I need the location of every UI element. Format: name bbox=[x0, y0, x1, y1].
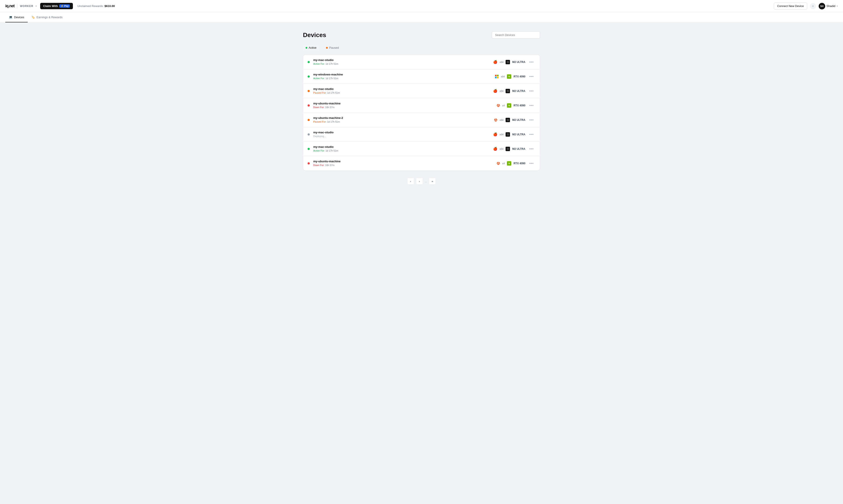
device-info: my-ubuntu-machine Down For: 16h 57m bbox=[313, 160, 493, 167]
device-more-button[interactable]: ••• bbox=[528, 131, 535, 137]
device-status-dot bbox=[308, 75, 310, 78]
apple-gpu-icon: ⬛ bbox=[505, 147, 510, 151]
device-status-dot bbox=[308, 119, 310, 121]
notification-indicator bbox=[812, 5, 814, 7]
logo-divider bbox=[17, 4, 17, 8]
page-title: Devices bbox=[303, 32, 326, 39]
arch-badge: x64 bbox=[500, 148, 504, 150]
device-name: my-mac-studio bbox=[313, 145, 489, 148]
os-icon: 🍎 bbox=[493, 89, 497, 93]
gpu-name: M2 ULTRA bbox=[512, 89, 525, 93]
device-name: my-ubuntu-machine bbox=[313, 102, 493, 105]
nvidia-icon: N bbox=[507, 103, 511, 108]
device-right: x64 N RTX 4090 ••• bbox=[495, 74, 535, 79]
os-icon bbox=[495, 75, 499, 78]
active-filter-label: Active bbox=[309, 46, 316, 49]
svg-rect-1 bbox=[497, 75, 499, 76]
device-right: 🍎 x64 ⬛ M2 ULTRA ••• bbox=[493, 88, 535, 94]
notification-button[interactable] bbox=[810, 3, 816, 9]
device-name: my-mac-studio bbox=[313, 87, 489, 91]
worker-chevron-icon[interactable]: ▾ bbox=[36, 5, 37, 7]
device-row: my-mac-studio Paused For: 1d 17h 51m 🍎 x… bbox=[303, 84, 540, 98]
os-icon bbox=[494, 118, 497, 122]
arch-badge: x64 bbox=[501, 75, 505, 78]
pagination-next[interactable]: › bbox=[416, 178, 423, 185]
device-status-dot bbox=[308, 133, 310, 136]
os-icon: 🍎 bbox=[493, 147, 497, 151]
device-status-dot bbox=[308, 104, 310, 107]
pay-badge: ⚡ Pay bbox=[59, 4, 70, 8]
os-icon: 🍎 bbox=[493, 89, 497, 93]
tab-earnings[interactable]: 🏷️ Earnings & Rewards bbox=[28, 12, 66, 22]
claim-with-pay-button[interactable]: Claim With ⚡ Pay bbox=[40, 3, 73, 9]
device-right: x4 N RTX 4090 ••• bbox=[497, 161, 535, 166]
claim-label: Claim With bbox=[43, 4, 58, 8]
pagination-ellipsis: ... bbox=[425, 180, 427, 183]
device-name: my-mac-studio bbox=[313, 131, 489, 134]
user-chevron-icon: ▾ bbox=[837, 5, 838, 7]
filter-paused[interactable]: Paused bbox=[323, 45, 341, 51]
device-more-button[interactable]: ••• bbox=[528, 117, 535, 123]
arch-badge: x4 bbox=[502, 104, 505, 107]
earnings-tab-icon: 🏷️ bbox=[31, 15, 35, 19]
svg-point-17 bbox=[499, 164, 500, 164]
device-row: my-windows-machine Active For: 1d 17h 51… bbox=[303, 69, 540, 84]
pagination-prev[interactable]: ‹ bbox=[407, 178, 414, 185]
apple-gpu-icon: ⬛ bbox=[505, 118, 510, 122]
header-right: Connect New Device SH Shadid ▾ bbox=[774, 3, 838, 10]
nvidia-icon: N bbox=[507, 74, 511, 79]
active-dot-icon bbox=[306, 47, 307, 49]
device-status: Active For: 1d 17h 51m bbox=[313, 77, 338, 79]
device-info: my-windows-machine Active For: 1d 17h 51… bbox=[313, 73, 492, 80]
os-icon: 🍎 bbox=[493, 60, 497, 64]
svg-point-7 bbox=[499, 106, 500, 106]
device-more-button[interactable]: ••• bbox=[528, 103, 535, 108]
device-more-button[interactable]: ••• bbox=[528, 74, 535, 79]
arch-badge: x64 bbox=[500, 90, 504, 92]
gpu-name: M2 ULTRA bbox=[512, 147, 525, 150]
device-info: my-mac-studio Paused For: 1d 17h 51m bbox=[313, 87, 489, 94]
device-info: my-ubuntu-machine Down For: 16h 57m bbox=[313, 102, 493, 109]
os-icon: 🍎 bbox=[493, 147, 497, 151]
paused-filter-label: Paused bbox=[329, 46, 339, 49]
filter-active[interactable]: Active bbox=[303, 45, 319, 51]
gpu-name: RTX 4090 bbox=[514, 104, 525, 107]
gpu-name: M2 ULTRA bbox=[512, 119, 525, 122]
device-info: my-mac-studio Active For: 1d 17h 51m bbox=[313, 145, 489, 152]
device-more-button[interactable]: ••• bbox=[528, 146, 535, 152]
device-name: my-windows-machine bbox=[313, 73, 492, 76]
arch-badge: x64 bbox=[500, 119, 504, 121]
device-status-dot bbox=[308, 162, 310, 164]
user-menu[interactable]: SH Shadid ▾ bbox=[819, 3, 838, 10]
paused-dot-icon bbox=[326, 47, 328, 49]
device-row: my-mac-studio Deploying... 🍎 x64 ⬛ M2 UL… bbox=[303, 127, 540, 142]
page-header: Devices bbox=[303, 31, 540, 39]
device-more-button[interactable]: ••• bbox=[528, 88, 535, 94]
logo: iq.net bbox=[5, 4, 15, 8]
gpu-name: RTX 4090 bbox=[514, 75, 525, 78]
device-info: my-ubuntu-machine-2 Paused For: 1d 17h 5… bbox=[313, 116, 491, 124]
logo-area: iq.net WORKER ▾ bbox=[5, 4, 37, 8]
devices-tab-label: Devices bbox=[14, 16, 24, 19]
pagination-last[interactable]: » bbox=[429, 178, 436, 185]
connect-new-device-button[interactable]: Connect New Device bbox=[774, 3, 807, 10]
device-more-button[interactable]: ••• bbox=[528, 161, 535, 166]
device-info: my-mac-studio Active For: 1d 17h 51m bbox=[313, 58, 489, 66]
earnings-tab-label: Earnings & Rewards bbox=[36, 16, 63, 19]
device-status: Down For: 16h 57m bbox=[313, 164, 334, 166]
gpu-name: M2 ULTRA bbox=[512, 133, 525, 136]
user-name: Shadid bbox=[827, 4, 835, 8]
svg-point-18 bbox=[497, 164, 497, 164]
device-status: Down For: 16h 57m bbox=[313, 106, 334, 109]
device-more-button[interactable]: ••• bbox=[528, 59, 535, 65]
search-input[interactable] bbox=[492, 31, 540, 39]
tab-devices[interactable]: 💻 Devices bbox=[5, 12, 28, 22]
filter-tabs: Active Paused bbox=[303, 45, 540, 51]
device-status: Paused For: 1d 17h 51m bbox=[313, 121, 340, 123]
device-row: my-ubuntu-machine Down For: 16h 57m x4 N… bbox=[303, 98, 540, 112]
device-status-dot bbox=[308, 148, 310, 150]
device-status: Active For: 1d 17h 51m bbox=[313, 62, 338, 65]
os-icon: 🍎 bbox=[493, 60, 497, 64]
svg-point-11 bbox=[495, 118, 496, 119]
arch-badge: x4 bbox=[502, 162, 505, 165]
